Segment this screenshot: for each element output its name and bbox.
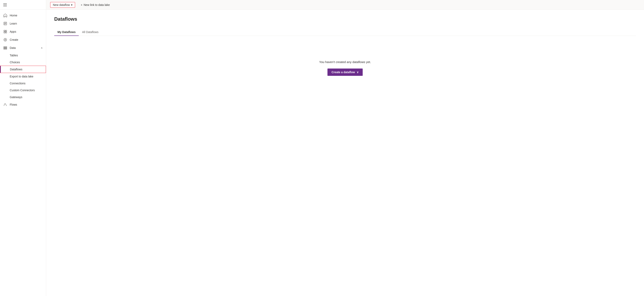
sidebar-item-apps-label: Apps	[10, 30, 43, 33]
new-dataflow-button[interactable]: New dataflow ▾	[50, 2, 75, 8]
data-chevron-icon: ∧	[41, 46, 43, 49]
sidebar-sub-item-choices[interactable]: Choices	[0, 59, 46, 66]
new-link-to-data-lake-button[interactable]: + New link to data lake	[78, 2, 112, 8]
svg-rect-4	[6, 32, 7, 33]
sidebar-sub-item-tables[interactable]: Tables	[0, 52, 46, 59]
svg-rect-1	[4, 30, 5, 31]
new-link-plus-icon: +	[81, 3, 82, 7]
new-link-label: New link to data lake	[84, 3, 110, 7]
top-toolbar: New dataflow ▾ + New link to data lake	[46, 0, 644, 10]
sidebar-header	[0, 0, 46, 10]
tabs-container: My Dataflows All Dataflows	[54, 28, 636, 36]
sidebar-item-apps[interactable]: Apps	[0, 28, 46, 36]
hamburger-menu-icon[interactable]	[3, 3, 7, 7]
sidebar-sub-item-connections[interactable]: Connections	[0, 80, 46, 87]
sidebar-item-data[interactable]: Data ∧	[0, 44, 46, 52]
home-icon	[3, 13, 7, 18]
sidebar-sub-item-choices-label: Choices	[10, 61, 20, 64]
data-icon	[3, 46, 7, 50]
sidebar-sub-item-tables-label: Tables	[10, 54, 18, 57]
svg-rect-2	[6, 30, 7, 31]
content-area: Dataflows My Dataflows All Dataflows You…	[46, 10, 644, 296]
create-dataflow-label: Create a dataflow	[332, 71, 355, 74]
create-dataflow-button[interactable]: Create a dataflow ∨	[328, 69, 363, 76]
create-icon	[3, 38, 7, 42]
sidebar-item-home[interactable]: Home	[0, 11, 46, 20]
sidebar-item-flows[interactable]: Flows	[0, 101, 46, 109]
sidebar-sub-item-dataflows[interactable]: Dataflows	[0, 66, 46, 73]
sidebar-sub-item-gateways-label: Gateways	[10, 95, 22, 99]
create-dataflow-chevron-icon: ∨	[356, 71, 359, 74]
sidebar-item-flows-label: Flows	[10, 103, 43, 106]
new-dataflow-chevron-icon: ▾	[71, 3, 72, 7]
svg-rect-3	[4, 32, 5, 33]
empty-message: You haven't created any dataflows yet.	[319, 60, 371, 64]
main-area: New dataflow ▾ + New link to data lake D…	[46, 0, 644, 296]
sidebar-sub-item-custom-connectors-label: Custom Connectors	[10, 89, 35, 92]
sidebar-navigation: Home Learn Apps	[0, 10, 46, 296]
sidebar-item-learn-label: Learn	[10, 22, 43, 25]
sidebar-item-create[interactable]: Create	[0, 36, 46, 44]
sidebar-sub-item-custom-connectors[interactable]: Custom Connectors	[0, 87, 46, 94]
new-dataflow-label: New dataflow	[53, 3, 70, 7]
svg-rect-6	[4, 47, 7, 47]
tab-all-dataflows[interactable]: All Dataflows	[79, 28, 102, 36]
sidebar-sub-item-export-data-lake[interactable]: Export to data lake	[0, 73, 46, 80]
sidebar-item-learn[interactable]: Learn	[0, 20, 46, 28]
empty-state: You haven't created any dataflows yet. C…	[54, 44, 636, 92]
svg-rect-8	[4, 49, 7, 49]
sidebar-sub-item-connections-label: Connections	[10, 82, 26, 85]
page-title: Dataflows	[54, 16, 636, 22]
tab-all-dataflows-label: All Dataflows	[82, 30, 98, 34]
svg-rect-7	[4, 48, 7, 48]
sidebar-item-home-label: Home	[10, 14, 43, 17]
apps-icon	[3, 30, 7, 34]
sidebar-sub-item-dataflows-label: Dataflows	[10, 68, 22, 71]
tab-my-dataflows-label: My Dataflows	[58, 30, 76, 34]
sidebar: Home Learn Apps	[0, 0, 46, 296]
sidebar-item-data-label: Data	[10, 46, 38, 50]
learn-icon	[3, 22, 7, 26]
sidebar-sub-item-export-data-lake-label: Export to data lake	[10, 75, 34, 78]
flows-icon	[3, 103, 7, 107]
tab-my-dataflows[interactable]: My Dataflows	[54, 28, 79, 36]
sidebar-item-create-label: Create	[10, 38, 43, 41]
sidebar-sub-item-gateways[interactable]: Gateways	[0, 94, 46, 101]
